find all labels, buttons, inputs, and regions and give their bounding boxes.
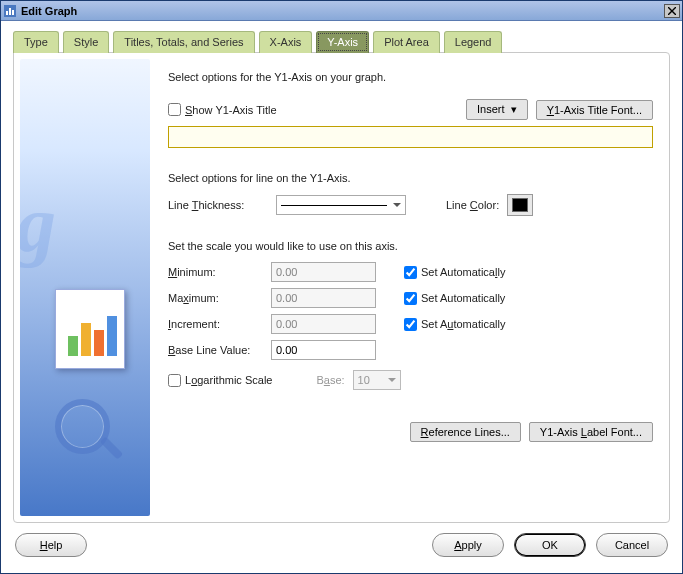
app-icon <box>3 4 17 18</box>
close-button[interactable] <box>664 4 680 18</box>
inc-auto-label: Set Automatically <box>421 318 505 330</box>
window-title: Edit Graph <box>21 5 77 17</box>
min-auto-input[interactable] <box>404 266 417 279</box>
max-auto-checkbox[interactable]: Set Automatically <box>404 292 505 305</box>
inc-auto-checkbox[interactable]: Set Automatically <box>404 318 505 331</box>
show-y1-title-input[interactable] <box>168 103 181 116</box>
log-base-select: 10 <box>353 370 401 390</box>
baseline-input[interactable] <box>271 340 376 360</box>
dialog-button-bar: Help Apply OK Cancel <box>1 523 682 573</box>
baseline-label: Base Line Value: <box>168 344 263 356</box>
log-scale-label: Logarithmic Scale <box>185 374 272 386</box>
scale-intro-text: Set the scale you would like to use on t… <box>168 240 653 252</box>
tab-type[interactable]: Type <box>13 31 59 53</box>
y1-intro-text: Select options for the Y1-Axis on your g… <box>168 71 653 83</box>
line-thickness-label: Line Thickness: <box>168 199 268 211</box>
min-auto-checkbox[interactable]: Set Automatically <box>404 266 505 279</box>
titlebar: Edit Graph <box>1 1 682 21</box>
y-axis-form: Select options for the Y1-Axis on your g… <box>150 59 663 516</box>
line-color-button[interactable] <box>507 194 533 216</box>
reference-lines-button[interactable]: Reference Lines... <box>410 422 521 442</box>
maximum-input <box>271 288 376 308</box>
color-swatch-icon <box>512 198 528 212</box>
log-scale-input[interactable] <box>168 374 181 387</box>
line-color-label: Line Color: <box>446 199 499 211</box>
line-thickness-select[interactable] <box>276 195 406 215</box>
tab-titles-totals-series[interactable]: Titles, Totals, and Series <box>113 31 254 53</box>
y1-title-input[interactable] <box>168 126 653 148</box>
tab-bar: Type Style Titles, Totals, and Series X-… <box>13 31 670 53</box>
line-sample-icon <box>281 205 387 206</box>
minimum-label: Minimum: <box>168 266 263 278</box>
svg-rect-3 <box>12 10 14 15</box>
line-intro-text: Select options for line on the Y1-Axis. <box>168 172 653 184</box>
tab-panel-y-axis: g Select options for the Y1-Axis on your… <box>13 52 670 523</box>
y1-title-font-button[interactable]: Y1-Axis Title Font... <box>536 100 653 120</box>
increment-label: Increment: <box>168 318 263 330</box>
ok-button[interactable]: OK <box>514 533 586 557</box>
help-button[interactable]: Help <box>15 533 87 557</box>
tab-y-axis[interactable]: Y-Axis <box>316 31 369 53</box>
close-icon <box>668 7 676 15</box>
tab-style[interactable]: Style <box>63 31 109 53</box>
increment-input <box>271 314 376 334</box>
sidebar-illustration: g <box>20 59 150 516</box>
cancel-button[interactable]: Cancel <box>596 533 668 557</box>
y1-label-font-button[interactable]: Y1-Axis Label Font... <box>529 422 653 442</box>
apply-button[interactable]: Apply <box>432 533 504 557</box>
log-base-label: Base: <box>316 374 344 386</box>
edit-graph-dialog: Edit Graph Type Style Titles, Totals, an… <box>0 0 683 574</box>
minimum-input <box>271 262 376 282</box>
tab-plot-area[interactable]: Plot Area <box>373 31 440 53</box>
insert-button[interactable]: Insert ▾ <box>466 99 528 120</box>
max-auto-input[interactable] <box>404 292 417 305</box>
log-base-value: 10 <box>358 374 370 386</box>
svg-rect-1 <box>6 11 8 15</box>
inc-auto-input[interactable] <box>404 318 417 331</box>
max-auto-label: Set Automatically <box>421 292 505 304</box>
show-y1-title-label: Show Y1-Axis Title <box>185 104 277 116</box>
log-scale-checkbox[interactable]: Logarithmic Scale <box>168 374 272 387</box>
dialog-body: Type Style Titles, Totals, and Series X-… <box>1 21 682 523</box>
tab-x-axis[interactable]: X-Axis <box>259 31 313 53</box>
show-y1-title-checkbox[interactable]: Show Y1-Axis Title <box>168 103 277 116</box>
svg-rect-2 <box>9 8 11 15</box>
maximum-label: Maximum: <box>168 292 263 304</box>
min-auto-label: Set Automatically <box>421 266 505 278</box>
tab-legend[interactable]: Legend <box>444 31 503 53</box>
magnifier-icon <box>55 399 110 454</box>
